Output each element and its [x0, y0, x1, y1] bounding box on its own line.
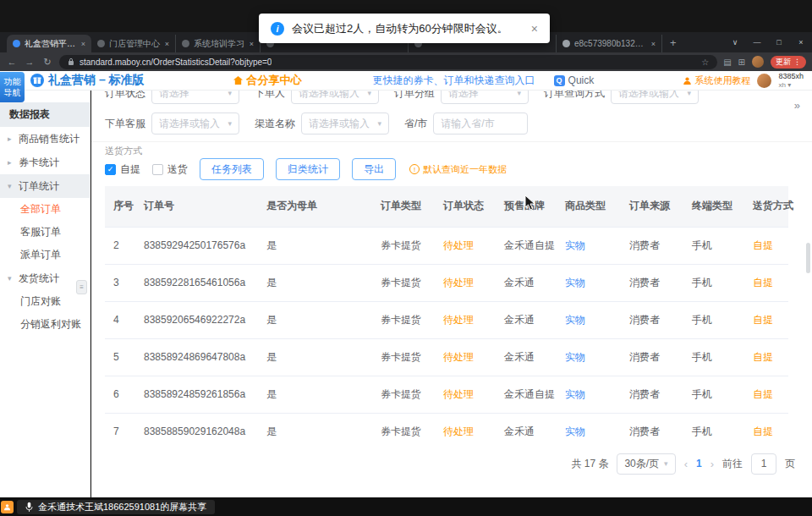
province-city-input[interactable]: 请输入省/市: [433, 113, 528, 134]
app-title: 礼盒营销 – 标准版: [48, 73, 145, 88]
browser-update-button[interactable]: 更新 ⋮: [771, 56, 806, 69]
query-method-select[interactable]: 请选择或输入 ▾: [611, 91, 699, 104]
expand-filters-button[interactable]: »: [794, 99, 800, 112]
sidebar-collapse-handle[interactable]: ≡: [76, 280, 87, 294]
cell-order-no: 83859206546922272a: [135, 301, 258, 338]
order-agent-select[interactable]: 请选择或输入 ▾: [151, 113, 239, 134]
screen-share-bar: 金禾通技术王斌18662591081的屏幕共享: [0, 497, 812, 516]
extensions-icon[interactable]: ⊞: [738, 58, 745, 67]
share-center-link[interactable]: 合分享中心: [233, 73, 302, 88]
tip-text: 默认查询近一年数据: [423, 163, 507, 176]
bookmark-star-icon[interactable]: ☆: [701, 58, 709, 67]
col-order-no: 订单号: [135, 186, 258, 227]
reload-button[interactable]: ↻: [41, 57, 53, 68]
sidebar-item-label: 客服订单: [20, 225, 61, 239]
user-avatar[interactable]: [757, 74, 771, 88]
chevron-down-icon: ▾: [517, 91, 521, 97]
info-icon: i: [271, 22, 284, 36]
brand-logo-icon: [30, 74, 44, 87]
new-tab-button[interactable]: +: [662, 36, 684, 49]
close-icon[interactable]: ×: [250, 40, 254, 48]
browser-tab[interactable]: 门店管理中心 ×: [91, 35, 176, 52]
close-icon[interactable]: ×: [651, 40, 656, 48]
cell-product-type[interactable]: 实物: [557, 338, 621, 376]
sidebar-item-order-stats[interactable]: ▾ 订单统计: [0, 174, 90, 198]
tab-title: 系统培训学习: [194, 38, 245, 50]
filter-label: 下单客服: [105, 117, 145, 131]
channel-name-select[interactable]: 请选择或输入 ▾: [301, 113, 389, 134]
select-placeholder: 请选择或输入: [309, 117, 370, 131]
goto-page-input[interactable]: 1: [751, 453, 776, 475]
filter-order-agent: 下单客服 请选择或输入 ▾: [105, 113, 239, 134]
export-button[interactable]: 导出: [352, 158, 396, 180]
input-placeholder: 请输入省/市: [441, 117, 494, 131]
sidebar-item-service-orders[interactable]: 客服订单: [0, 221, 90, 244]
order-status-select[interactable]: 请选择 ▾: [151, 91, 239, 104]
tutorial-link[interactable]: 系统使用教程: [683, 74, 750, 87]
sidebar-item-dispatch-orders[interactable]: 派单订单: [0, 244, 90, 266]
task-list-button[interactable]: 任务列表: [200, 158, 264, 180]
close-icon[interactable]: ×: [531, 22, 538, 36]
cell-delivery: 自提: [744, 301, 788, 338]
function-nav-badge[interactable]: 功能 导航: [0, 72, 25, 102]
forward-button[interactable]: →: [24, 57, 36, 67]
filter-label: 省/市: [404, 117, 427, 131]
toolbar-actions: ▤ ⊞ 更新 ⋮: [723, 56, 806, 69]
address-bar[interactable]: standard.maboy.cn/OrderStatisticsDetail?…: [59, 55, 717, 69]
nav-badge-line2: 导航: [0, 87, 25, 98]
maximize-button[interactable]: □: [768, 32, 790, 52]
checkbox-self-pickup[interactable]: ✓ 自提: [105, 162, 140, 177]
cell-brand: 金禾通自提: [496, 227, 557, 264]
browser-profile-avatar[interactable]: [752, 56, 764, 68]
chevron-down-icon: ▾: [228, 91, 232, 97]
browser-tab[interactable]: 系统培训学习 ×: [176, 35, 261, 52]
prev-page-button[interactable]: ‹: [684, 458, 688, 470]
screen-share-indicator[interactable]: 金禾通技术王斌18662591081的屏幕共享: [17, 500, 215, 514]
checkbox-label: 送货: [167, 162, 188, 177]
window-close-button[interactable]: ×: [790, 32, 812, 52]
tab-title: 礼盒营销平台管理中心: [25, 38, 77, 50]
cell-product-type[interactable]: 实物: [557, 227, 621, 264]
orderer-select[interactable]: 请选择或输入 ▾: [291, 91, 379, 104]
cell-product-type[interactable]: 实物: [557, 301, 621, 338]
cell-source: 消费者: [621, 264, 683, 301]
col-seq: 序号: [105, 186, 135, 227]
browser-tab[interactable]: e8c573980b1328a258fd2e6... ×: [557, 35, 662, 52]
check-icon: ✓: [107, 165, 114, 173]
sidebar-item-all-orders[interactable]: 全部订单: [0, 198, 90, 221]
page-size-value: 30条/页: [624, 457, 659, 471]
chevron-right-icon: ▸: [8, 158, 15, 167]
sidebar-item-coupon-card-stats[interactable]: ▸ 券卡统计: [0, 151, 90, 174]
order-group-select[interactable]: 请选择 ▾: [441, 91, 529, 104]
next-page-button[interactable]: ›: [710, 458, 714, 470]
user-info[interactable]: 8385xh xh ▾: [778, 72, 804, 89]
tab-search-icon[interactable]: ∨: [724, 32, 746, 52]
quick-search-link[interactable]: Q Quick: [554, 74, 595, 86]
cell-product-type[interactable]: 实物: [557, 413, 621, 444]
cell-source: 消费者: [621, 227, 683, 264]
filter-order-group: 订单分组 请选择 ▾: [394, 91, 529, 104]
sidebar-item-label: 商品销售统计: [19, 132, 80, 146]
chevron-down-icon: ▾: [787, 81, 791, 89]
cell-terminal: 手机: [683, 264, 744, 301]
close-icon[interactable]: ×: [81, 40, 85, 48]
table-scrollbar[interactable]: [806, 243, 810, 273]
tab-favicon: [97, 40, 105, 47]
default-query-tip: ! 默认查询近一年数据: [409, 163, 507, 176]
cell-delivery: 自提: [744, 376, 788, 413]
sidebar-item-distribution-rebate[interactable]: 分销返利对账: [0, 313, 90, 336]
minimize-button[interactable]: —: [746, 32, 768, 52]
category-stats-button[interactable]: 归类统计: [276, 158, 340, 180]
side-panel-icon[interactable]: ▤: [723, 58, 731, 67]
current-page[interactable]: 1: [696, 458, 702, 469]
browser-tab-active[interactable]: 礼盒营销平台管理中心 ×: [7, 35, 91, 52]
close-icon[interactable]: ×: [165, 40, 169, 48]
cell-product-type[interactable]: 实物: [557, 264, 621, 301]
sidebar-item-product-sales-stats[interactable]: ▸ 商品销售统计: [0, 127, 90, 151]
checkbox-delivery[interactable]: 送货: [152, 162, 188, 177]
back-button[interactable]: ←: [6, 57, 18, 67]
cell-order-type: 券卡提货: [372, 301, 435, 338]
cell-product-type[interactable]: 实物: [557, 376, 621, 413]
page-size-select[interactable]: 30条/页 ▾: [617, 453, 675, 475]
cell-terminal: 手机: [683, 338, 744, 376]
